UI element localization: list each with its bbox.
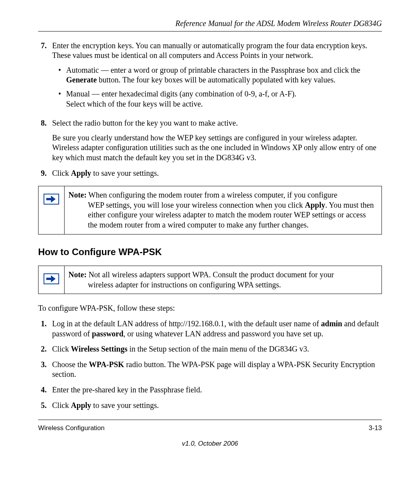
step-body: Enter the encryption keys. You can manua… [52, 41, 382, 113]
note-icon-cell [38, 186, 65, 234]
footer-version: v1.0, October 2006 [38, 439, 382, 448]
step-9: 9. Click Apply to save your settings. [38, 168, 382, 178]
step-body: Log in at the default LAN address of htt… [52, 319, 382, 339]
page-footer: Wireless Configuration 3-13 [38, 424, 382, 432]
note-icon-cell [38, 266, 65, 294]
document-page: Reference Manual for the ADSL Modem Wire… [0, 0, 420, 464]
note-box-wpa: Note: Not all wireless adapters support … [38, 266, 382, 294]
step-text: Enter the pre-shared key in the Passphra… [52, 385, 382, 395]
wpa-step-2: 2. Click Wireless Settings in the Setup … [38, 344, 382, 354]
arrow-right-icon [44, 273, 59, 284]
note-box-wep: Note: When configuring the modem router … [38, 186, 382, 234]
step-7: 7. Enter the encryption keys. You can ma… [38, 41, 382, 113]
footer-section-name: Wireless Configuration [38, 424, 105, 432]
step-number: 2. [38, 344, 47, 354]
wpa-step-3: 3. Choose the WPA-PSK radio button. The … [38, 360, 382, 380]
step-number: 7. [38, 41, 47, 113]
step-body: Enter the pre-shared key in the Passphra… [52, 385, 382, 395]
wpa-step-5: 5. Click Apply to save your settings. [38, 401, 382, 411]
step-text: Click Wireless Settings in the Setup sec… [52, 344, 382, 354]
ordered-steps-wpa: 1. Log in at the default LAN address of … [38, 319, 382, 410]
note-text: Note: When configuring the modem router … [65, 186, 382, 234]
step-number: 5. [38, 401, 47, 411]
step-text: Click Apply to save your settings. [52, 168, 382, 178]
step-body: Select the radio button for the key you … [52, 118, 382, 163]
wpa-step-1: 1. Log in at the default LAN address of … [38, 319, 382, 339]
sub-bullets: Automatic — enter a word or group of pri… [52, 65, 382, 109]
header-rule [38, 31, 382, 32]
step-number: 8. [38, 118, 47, 163]
step-text: Log in at the default LAN address of htt… [52, 319, 382, 339]
bullet-automatic: Automatic — enter a word or group of pri… [66, 65, 382, 85]
wpa-step-4: 4. Enter the pre-shared key in the Passp… [38, 385, 382, 395]
footer-page-number: 3-13 [369, 424, 382, 432]
note-text: Note: Not all wireless adapters support … [65, 266, 382, 294]
step-body: Click Wireless Settings in the Setup sec… [52, 344, 382, 354]
step-body: Choose the WPA-PSK radio button. The WPA… [52, 360, 382, 380]
step-text: Select the radio button for the key you … [52, 118, 382, 128]
step-number: 1. [38, 319, 47, 339]
section-heading-wpapsk: How to Configure WPA-PSK [38, 246, 382, 258]
bullet-manual: Manual — enter hexadecimal digits (any c… [66, 89, 382, 109]
step-number: 3. [38, 360, 47, 380]
step-body: Click Apply to save your settings. [52, 401, 382, 411]
wpa-intro-text: To configure WPA-PSK, follow these steps… [38, 303, 382, 313]
step-body: Click Apply to save your settings. [52, 168, 382, 178]
running-head: Reference Manual for the ADSL Modem Wire… [38, 19, 382, 29]
ordered-steps-wep: 7. Enter the encryption keys. You can ma… [38, 41, 382, 178]
step-number: 9. [38, 168, 47, 178]
step-text: Choose the WPA-PSK radio button. The WPA… [52, 360, 382, 380]
step-text: Click Apply to save your settings. [52, 401, 382, 411]
step-number: 4. [38, 385, 47, 395]
step-text: Be sure you clearly understand how the W… [52, 133, 382, 163]
step-8: 8. Select the radio button for the key y… [38, 118, 382, 163]
arrow-right-icon [44, 194, 59, 205]
step-text: Enter the encryption keys. You can manua… [52, 41, 382, 61]
footer-rule [38, 420, 382, 420]
